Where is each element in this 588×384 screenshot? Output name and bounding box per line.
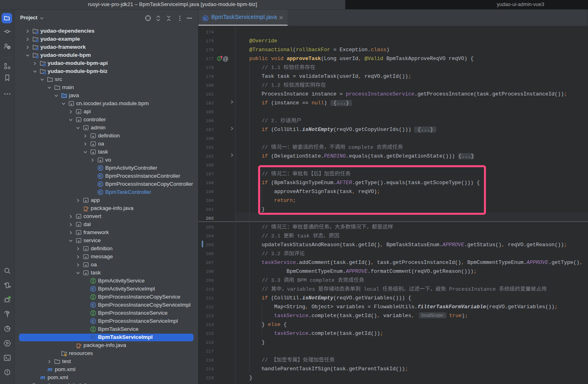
svg-text:C: C	[92, 303, 95, 307]
svg-text:C: C	[99, 182, 102, 186]
svg-text:C: C	[99, 166, 102, 170]
svg-text:m: m	[48, 366, 52, 372]
svg-text:?: ?	[8, 46, 10, 49]
svg-text:C: C	[99, 190, 102, 194]
svg-text:C: C	[99, 174, 102, 178]
svg-text:C: C	[92, 335, 95, 339]
svg-text:C: C	[92, 287, 95, 291]
svg-text:m: m	[40, 374, 45, 380]
svg-text:C: C	[204, 16, 207, 21]
svg-text:C: C	[92, 319, 95, 323]
